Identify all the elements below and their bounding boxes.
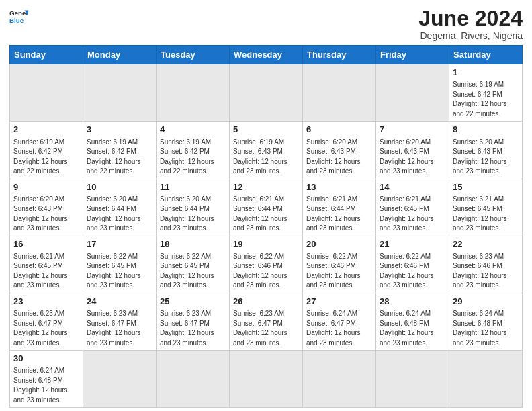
table-row (303, 64, 376, 122)
table-row: 13Sunrise: 6:21 AMSunset: 6:44 PMDayligh… (303, 179, 376, 236)
calendar-week-row: 23Sunrise: 6:23 AMSunset: 6:47 PMDayligh… (10, 293, 523, 350)
table-row: 16Sunrise: 6:21 AMSunset: 6:45 PMDayligh… (10, 236, 83, 293)
table-row: 18Sunrise: 6:22 AMSunset: 6:45 PMDayligh… (157, 236, 230, 293)
table-row: 15Sunrise: 6:21 AMSunset: 6:45 PMDayligh… (449, 179, 523, 236)
table-row: 8Sunrise: 6:20 AMSunset: 6:43 PMDaylight… (449, 122, 523, 179)
svg-text:General: General (9, 9, 28, 17)
table-row (83, 351, 157, 408)
logo-icon: General Blue (9, 7, 28, 26)
day-number: 16 (13, 238, 79, 250)
day-info: Sunrise: 6:22 AMSunset: 6:46 PMDaylight:… (306, 252, 372, 291)
day-number: 27 (306, 295, 372, 308)
header-wednesday: Wednesday (230, 46, 303, 64)
day-number: 12 (233, 181, 299, 193)
day-number: 24 (87, 295, 152, 308)
day-info: Sunrise: 6:21 AMSunset: 6:45 PMDaylight:… (453, 195, 519, 234)
table-row (157, 351, 230, 408)
table-row: 30Sunrise: 6:24 AMSunset: 6:48 PMDayligh… (10, 351, 83, 408)
table-row (230, 64, 303, 122)
table-row: 17Sunrise: 6:22 AMSunset: 6:45 PMDayligh… (83, 236, 157, 293)
day-number: 3 (87, 124, 152, 136)
calendar-week-row: 2Sunrise: 6:19 AMSunset: 6:42 PMDaylight… (10, 122, 523, 179)
day-info: Sunrise: 6:23 AMSunset: 6:46 PMDaylight:… (453, 252, 519, 291)
day-number: 15 (453, 181, 519, 193)
day-info: Sunrise: 6:22 AMSunset: 6:46 PMDaylight:… (380, 252, 445, 291)
table-row: 12Sunrise: 6:21 AMSunset: 6:44 PMDayligh… (230, 179, 303, 236)
header-saturday: Saturday (449, 46, 523, 64)
calendar-week-row: 30Sunrise: 6:24 AMSunset: 6:48 PMDayligh… (10, 351, 523, 408)
header-sunday: Sunday (10, 46, 83, 64)
day-info: Sunrise: 6:23 AMSunset: 6:47 PMDaylight:… (233, 309, 299, 348)
day-number: 22 (453, 238, 519, 250)
header-tuesday: Tuesday (157, 46, 230, 64)
weekday-header-row: Sunday Monday Tuesday Wednesday Thursday… (10, 46, 523, 64)
day-info: Sunrise: 6:23 AMSunset: 6:47 PMDaylight:… (160, 309, 226, 348)
day-number: 1 (453, 66, 519, 79)
day-info: Sunrise: 6:22 AMSunset: 6:45 PMDaylight:… (160, 252, 226, 291)
day-number: 9 (13, 181, 79, 193)
table-row: 22Sunrise: 6:23 AMSunset: 6:46 PMDayligh… (449, 236, 523, 293)
table-row: 20Sunrise: 6:22 AMSunset: 6:46 PMDayligh… (303, 236, 376, 293)
day-info: Sunrise: 6:21 AMSunset: 6:44 PMDaylight:… (233, 195, 299, 234)
table-row: 23Sunrise: 6:23 AMSunset: 6:47 PMDayligh… (10, 293, 83, 350)
day-info: Sunrise: 6:20 AMSunset: 6:44 PMDaylight:… (160, 195, 226, 234)
table-row (449, 351, 523, 408)
header-friday: Friday (376, 46, 449, 64)
day-info: Sunrise: 6:21 AMSunset: 6:45 PMDaylight:… (13, 252, 79, 291)
table-row: 14Sunrise: 6:21 AMSunset: 6:45 PMDayligh… (376, 179, 449, 236)
table-row: 21Sunrise: 6:22 AMSunset: 6:46 PMDayligh… (376, 236, 449, 293)
day-number: 8 (453, 124, 519, 136)
table-row: 1Sunrise: 6:19 AMSunset: 6:42 PMDaylight… (449, 64, 523, 122)
table-row: 2Sunrise: 6:19 AMSunset: 6:42 PMDaylight… (10, 122, 83, 179)
calendar-title: June 2024 (418, 7, 523, 30)
table-row: 9Sunrise: 6:20 AMSunset: 6:43 PMDaylight… (10, 179, 83, 236)
table-row (376, 64, 449, 122)
table-row (376, 351, 449, 408)
day-info: Sunrise: 6:19 AMSunset: 6:42 PMDaylight:… (13, 138, 79, 177)
table-row: 6Sunrise: 6:20 AMSunset: 6:43 PMDaylight… (303, 122, 376, 179)
table-row: 4Sunrise: 6:19 AMSunset: 6:42 PMDaylight… (157, 122, 230, 179)
day-info: Sunrise: 6:24 AMSunset: 6:47 PMDaylight:… (306, 309, 372, 348)
table-row: 11Sunrise: 6:20 AMSunset: 6:44 PMDayligh… (157, 179, 230, 236)
table-row (230, 351, 303, 408)
calendar-week-row: 16Sunrise: 6:21 AMSunset: 6:45 PMDayligh… (10, 236, 523, 293)
header: General Blue June 2024 Degema, Rivers, N… (9, 7, 523, 41)
day-info: Sunrise: 6:20 AMSunset: 6:43 PMDaylight:… (13, 195, 79, 234)
header-thursday: Thursday (303, 46, 376, 64)
day-info: Sunrise: 6:24 AMSunset: 6:48 PMDaylight:… (380, 309, 445, 348)
day-number: 25 (160, 295, 226, 308)
day-number: 5 (233, 124, 299, 136)
table-row: 25Sunrise: 6:23 AMSunset: 6:47 PMDayligh… (157, 293, 230, 350)
table-row (10, 64, 83, 122)
day-number: 2 (13, 124, 79, 136)
day-number: 10 (87, 181, 152, 193)
table-row (83, 64, 157, 122)
day-info: Sunrise: 6:19 AMSunset: 6:42 PMDaylight:… (87, 138, 152, 177)
day-info: Sunrise: 6:20 AMSunset: 6:43 PMDaylight:… (453, 138, 519, 177)
table-row: 19Sunrise: 6:22 AMSunset: 6:46 PMDayligh… (230, 236, 303, 293)
day-info: Sunrise: 6:22 AMSunset: 6:46 PMDaylight:… (233, 252, 299, 291)
day-number: 7 (380, 124, 445, 136)
day-info: Sunrise: 6:19 AMSunset: 6:42 PMDaylight:… (160, 138, 226, 177)
table-row: 29Sunrise: 6:24 AMSunset: 6:48 PMDayligh… (449, 293, 523, 350)
table-row: 28Sunrise: 6:24 AMSunset: 6:48 PMDayligh… (376, 293, 449, 350)
calendar-table: Sunday Monday Tuesday Wednesday Thursday… (9, 45, 523, 408)
day-number: 21 (380, 238, 445, 250)
table-row: 26Sunrise: 6:23 AMSunset: 6:47 PMDayligh… (230, 293, 303, 350)
table-row: 24Sunrise: 6:23 AMSunset: 6:47 PMDayligh… (83, 293, 157, 350)
table-row: 7Sunrise: 6:20 AMSunset: 6:43 PMDaylight… (376, 122, 449, 179)
day-info: Sunrise: 6:23 AMSunset: 6:47 PMDaylight:… (13, 309, 79, 348)
day-info: Sunrise: 6:20 AMSunset: 6:43 PMDaylight:… (306, 138, 372, 177)
calendar-week-row: 1Sunrise: 6:19 AMSunset: 6:42 PMDaylight… (10, 64, 523, 122)
table-row: 5Sunrise: 6:19 AMSunset: 6:43 PMDaylight… (230, 122, 303, 179)
title-block: June 2024 Degema, Rivers, Nigeria (418, 7, 523, 41)
day-number: 28 (380, 295, 445, 308)
day-number: 29 (453, 295, 519, 308)
day-info: Sunrise: 6:22 AMSunset: 6:45 PMDaylight:… (87, 252, 152, 291)
day-number: 19 (233, 238, 299, 250)
svg-text:Blue: Blue (9, 17, 24, 24)
day-number: 30 (13, 353, 79, 365)
table-row: 27Sunrise: 6:24 AMSunset: 6:47 PMDayligh… (303, 293, 376, 350)
calendar-location: Degema, Rivers, Nigeria (418, 30, 523, 41)
header-monday: Monday (83, 46, 157, 64)
